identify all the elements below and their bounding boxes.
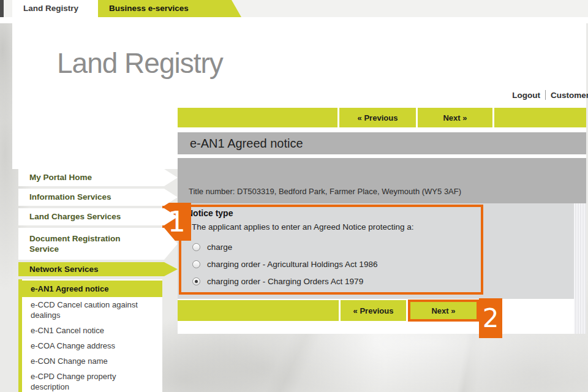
- submenu-item-e-cn1[interactable]: e-CN1 Cancel notice: [22, 323, 162, 338]
- radio-label: charging order - Charging Orders Act 197…: [207, 277, 363, 286]
- submenu-item-e-con[interactable]: e-CON Change name: [22, 353, 162, 369]
- notice-type-heading: Notice type: [187, 208, 233, 218]
- land-registry-logo: Land Registry: [57, 47, 223, 80]
- radio-label: charge: [207, 243, 232, 252]
- logout-separator: [545, 90, 546, 100]
- top-wizard-nav: « Previous Next »: [178, 108, 586, 127]
- radio-button-agricultural-holdings[interactable]: [192, 260, 200, 268]
- notice-type-instruction: The applicant applies to enter an Agreed…: [192, 222, 413, 232]
- sidebar-item-land-charges-services[interactable]: Land Charges Services: [18, 208, 178, 225]
- submenu-item-e-cpd[interactable]: e-CPD Change property description: [22, 369, 162, 392]
- radio-button-charging-orders[interactable]: [192, 277, 200, 285]
- land-registry-portal-screen: Land Registry Business e-services Land R…: [0, 0, 588, 392]
- sidebar-item-network-services[interactable]: Network Services: [18, 262, 178, 276]
- step-2-badge: 2: [479, 298, 502, 338]
- radio-button-charge[interactable]: [192, 243, 200, 251]
- radio-label: charging order - Agricultural Holdings A…: [207, 260, 377, 269]
- top-nav-spacer-right: [494, 108, 586, 127]
- bottom-nav-spacer-left: [178, 300, 339, 321]
- submenu-item-e-coa[interactable]: e-COA Change address: [22, 338, 162, 353]
- title-number-bar: Title number: DT503319, Bedford Park, Fa…: [178, 158, 586, 203]
- scrollbar-track[interactable]: [574, 203, 586, 334]
- top-previous-button[interactable]: « Previous: [339, 108, 416, 127]
- window-edge-decoration: [0, 0, 4, 17]
- top-nav-spacer-left: [178, 108, 337, 127]
- top-next-button[interactable]: Next »: [418, 108, 492, 127]
- radio-option-0[interactable]: charge: [192, 243, 232, 252]
- logout-link[interactable]: Logout: [512, 91, 540, 100]
- sidebar-item-document-registration-service[interactable]: Document Registration Service: [18, 228, 178, 260]
- network-services-submenu: e-AN1 Agreed notice e-CCD Cancel caution…: [22, 279, 162, 392]
- divider-strip: [0, 17, 588, 23]
- sidebar-item-information-services[interactable]: Information Services: [18, 189, 178, 206]
- page-title: e-AN1 Agreed notice: [178, 132, 586, 154]
- account-bar: Logout Customer: [512, 89, 588, 101]
- customer-link[interactable]: Customer: [551, 91, 588, 100]
- title-number-text: Title number: DT503319, Bedford Park, Fa…: [189, 187, 461, 196]
- tab-land-registry-label: Land Registry: [23, 4, 78, 13]
- bottom-next-button[interactable]: Next »: [408, 300, 479, 322]
- radio-option-2[interactable]: charging order - Charging Orders Act 197…: [192, 277, 363, 286]
- submenu-item-e-an1[interactable]: e-AN1 Agreed notice: [22, 281, 162, 297]
- tab-business-e-services[interactable]: Business e-services: [98, 0, 241, 17]
- radio-option-1[interactable]: charging order - Agricultural Holdings A…: [192, 260, 377, 269]
- submenu-item-e-ccd[interactable]: e-CCD Cancel caution against dealings: [22, 297, 162, 323]
- tab-business-e-services-label: Business e-services: [109, 4, 189, 13]
- sidebar-item-my-portal-home[interactable]: My Portal Home: [18, 169, 178, 186]
- bottom-previous-button[interactable]: « Previous: [341, 300, 406, 321]
